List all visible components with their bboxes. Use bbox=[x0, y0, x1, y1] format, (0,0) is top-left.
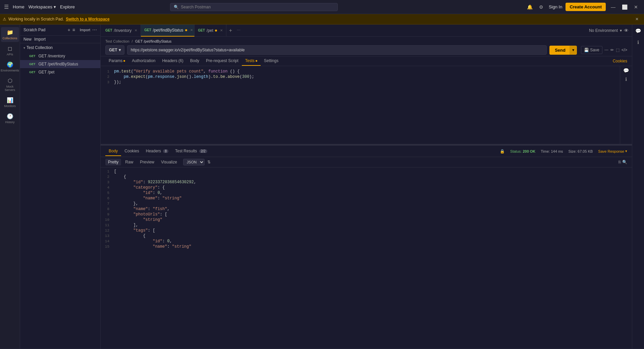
minimize-icon[interactable]: — bbox=[609, 4, 617, 10]
tabs-bar: GET /Inventory ✕ GET /pet/findByStatus ✕… bbox=[101, 24, 632, 37]
tab-get-find-by-status[interactable]: GET /pet/findByStatus ✕ bbox=[141, 24, 195, 37]
code-editor-container: 1 pm.test("Verify available pets count",… bbox=[101, 66, 632, 144]
info-icon[interactable]: ℹ bbox=[620, 75, 632, 84]
resp-tab-body[interactable]: Body bbox=[105, 147, 121, 156]
sidebar-item-monitors[interactable]: 📊 Monitors bbox=[1, 95, 19, 110]
list-item[interactable]: GET GET /inventory bbox=[20, 52, 100, 60]
info-panel-icon[interactable]: ℹ bbox=[636, 38, 641, 47]
resp-line: 14 "id": 0, bbox=[101, 239, 632, 244]
sidebar-item-mock-servers[interactable]: ⬡ Mock Servers bbox=[1, 76, 19, 94]
resp-line: 13 { bbox=[101, 233, 632, 239]
new-collection-button[interactable]: + bbox=[67, 27, 70, 33]
tab-settings[interactable]: Settings bbox=[261, 56, 282, 66]
tab-tests[interactable]: Tests bbox=[242, 56, 261, 66]
tab-close-icon[interactable]: ✕ bbox=[190, 28, 193, 32]
settings-icon[interactable]: ⚙ bbox=[537, 4, 545, 10]
status-code: Status: 200 OK bbox=[510, 149, 535, 153]
environment-chevron-icon[interactable]: ▾ bbox=[620, 28, 622, 33]
notifications-icon[interactable]: 🔔 bbox=[526, 4, 534, 10]
more-options-icon[interactable]: ⋯ bbox=[604, 48, 608, 52]
comment-icon[interactable]: 💬 bbox=[620, 66, 632, 75]
new-collection-button[interactable]: ≡ bbox=[72, 27, 75, 33]
banner-close-icon[interactable]: ✕ bbox=[635, 17, 639, 21]
code-editor[interactable]: 1 pm.test("Verify available pets count",… bbox=[101, 66, 620, 144]
cookies-link[interactable]: Cookies bbox=[613, 59, 627, 63]
workspaces-button[interactable]: Workspaces ▾ bbox=[29, 4, 56, 9]
collection-list: ▾ Test Collection GET GET /inventory GET… bbox=[20, 43, 100, 349]
right-panel-icons: 💬 ℹ bbox=[632, 24, 644, 349]
edit-icon[interactable]: ✏ bbox=[610, 48, 614, 52]
tab-get-inventory[interactable]: GET /Inventory ✕ bbox=[102, 24, 141, 37]
resp-tab-cookies[interactable]: Cookies bbox=[121, 147, 142, 156]
editor-area: 1 pm.test("Verify available pets count",… bbox=[101, 66, 620, 144]
filter-icon[interactable]: ⇅ bbox=[207, 160, 211, 164]
left-sidebar: 📁 Collections ◻ APIs 🌍 Environments ⬡ Mo… bbox=[0, 24, 20, 349]
response-tabs-bar: Body Cookies Headers 8 Test Results 2/2 bbox=[101, 146, 632, 157]
hamburger-menu-icon[interactable]: ☰ bbox=[4, 4, 9, 10]
import-button[interactable]: Import bbox=[34, 37, 46, 42]
switch-workspace-link[interactable]: Switch to a Workspace bbox=[66, 17, 109, 21]
search-bar[interactable]: 🔍 Search Postman bbox=[170, 3, 338, 11]
tab-authorization[interactable]: Authorization bbox=[128, 56, 159, 66]
new-tab-button[interactable]: + bbox=[226, 24, 235, 37]
format-raw[interactable]: Raw bbox=[122, 159, 136, 165]
json-format-select[interactable]: JSON XML HTML Text bbox=[183, 159, 205, 165]
explore-button[interactable]: Explore bbox=[60, 4, 75, 9]
maximize-icon[interactable]: ⬜ bbox=[621, 4, 629, 10]
resp-line: 1 [ bbox=[101, 169, 632, 174]
save-response-button[interactable]: Save Response ▾ bbox=[598, 149, 627, 153]
format-preview[interactable]: Preview bbox=[137, 159, 157, 165]
sidebar-item-collections[interactable]: 📁 Collections bbox=[1, 27, 19, 42]
tab-close-icon[interactable]: ✕ bbox=[220, 29, 223, 32]
method-badge: GET bbox=[28, 70, 37, 74]
code-line: 3 }); bbox=[101, 80, 620, 85]
home-button[interactable]: Home bbox=[13, 4, 24, 9]
save-icon[interactable]: 💾 Save bbox=[581, 46, 602, 54]
collection-group-header[interactable]: ▾ Test Collection bbox=[20, 43, 100, 52]
request-area: Test Collection / GET /pet/findByStatus … bbox=[101, 37, 632, 56]
sidebar-item-environments[interactable]: 🌍 Environments bbox=[1, 59, 19, 74]
request-row: GET ▾ Send ▾ 💾 Save ⋯ ✏ ⬚ bbox=[105, 45, 627, 55]
tab-get-pet[interactable]: GET /pet ✕ bbox=[195, 24, 226, 37]
send-dropdown[interactable]: ▾ bbox=[570, 46, 577, 55]
breadcrumb-collection[interactable]: Test Collection bbox=[105, 39, 129, 43]
tab-headers[interactable]: Headers (6) bbox=[159, 56, 186, 66]
sign-in-button[interactable]: Sign In bbox=[549, 4, 562, 9]
import-button[interactable]: Import bbox=[80, 28, 90, 32]
split-panel: Test Collection / GET /pet/findByStatus … bbox=[101, 37, 632, 349]
resp-tab-headers[interactable]: Headers 8 bbox=[143, 147, 172, 156]
warning-icon: ⚠ bbox=[3, 17, 6, 21]
code-icon[interactable]: </> bbox=[622, 48, 627, 52]
format-visualize[interactable]: Visualize bbox=[158, 159, 180, 165]
environment-eye-icon[interactable]: 👁 bbox=[624, 28, 629, 33]
list-item[interactable]: GET GET /pet bbox=[20, 68, 100, 76]
tab-params[interactable]: Params bbox=[105, 56, 128, 66]
breadcrumb-separator: / bbox=[132, 39, 133, 43]
chevron-down-icon: ▾ bbox=[625, 149, 627, 153]
breadcrumb: Test Collection / GET /pet/findByStatus bbox=[105, 39, 627, 43]
response-body: 1 [ 2 { 3 "id": 9223372036854630292, bbox=[101, 167, 632, 349]
sidebar-item-history[interactable]: 🕐 History bbox=[1, 111, 19, 126]
preview-icon[interactable]: ⬚ bbox=[616, 48, 620, 52]
tab-pre-request-script[interactable]: Pre-request Script bbox=[203, 56, 242, 66]
comment-panel-icon[interactable]: 💬 bbox=[634, 27, 643, 35]
search-icon[interactable]: 🔍 bbox=[622, 160, 627, 164]
close-window-icon[interactable]: ✕ bbox=[632, 4, 640, 10]
sidebar-environments-label: Environments bbox=[1, 69, 19, 72]
method-selector[interactable]: GET ▾ bbox=[105, 45, 124, 55]
url-input[interactable] bbox=[127, 45, 547, 55]
tab-body[interactable]: Body bbox=[187, 56, 203, 66]
tab-close-icon[interactable]: ✕ bbox=[135, 29, 137, 32]
response-size: Size: 67.05 KB bbox=[569, 149, 593, 153]
resp-tab-test-results[interactable]: Test Results 2/2 bbox=[172, 147, 211, 156]
send-button[interactable]: Send bbox=[549, 46, 571, 55]
create-account-button[interactable]: Create Account bbox=[566, 3, 606, 11]
copy-icon[interactable]: ⎘ bbox=[619, 160, 621, 164]
list-item[interactable]: GET GET /pet/findByStatus bbox=[20, 60, 100, 68]
format-pretty[interactable]: Pretty bbox=[105, 159, 121, 165]
new-button[interactable]: New bbox=[23, 37, 32, 42]
more-options-icon[interactable]: ⋯ bbox=[92, 27, 97, 33]
more-tabs-button[interactable]: ⋯ bbox=[235, 28, 243, 33]
sidebar-item-apis[interactable]: ◻ APIs bbox=[1, 43, 19, 58]
no-environment-label[interactable]: No Environment bbox=[589, 28, 618, 33]
